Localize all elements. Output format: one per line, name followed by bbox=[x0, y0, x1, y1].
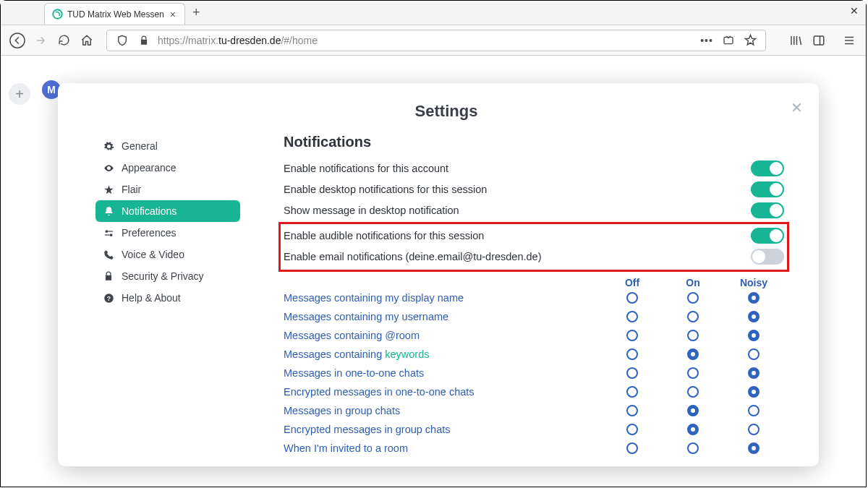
radio-noisy[interactable] bbox=[748, 405, 760, 416]
rule-header-off: Off bbox=[602, 277, 663, 288]
favicon-icon bbox=[52, 9, 63, 20]
toggle-switch[interactable] bbox=[751, 202, 784, 218]
radio-off[interactable] bbox=[626, 405, 638, 416]
svg-point-1 bbox=[10, 33, 25, 47]
radio-on[interactable] bbox=[687, 311, 699, 322]
radio-off[interactable] bbox=[626, 386, 638, 398]
new-tab-button[interactable]: + bbox=[192, 5, 200, 20]
rule-header-on: On bbox=[663, 277, 723, 288]
lock-icon[interactable] bbox=[136, 33, 152, 48]
sidebar-item-help-about[interactable]: ?Help & About bbox=[95, 287, 240, 309]
radio-noisy[interactable] bbox=[748, 442, 760, 454]
sidebar-item-label: Help & About bbox=[122, 292, 181, 304]
back-button[interactable] bbox=[9, 33, 25, 48]
sidebar-toggle-icon[interactable] bbox=[811, 33, 827, 48]
svg-rect-7 bbox=[104, 234, 109, 235]
sliders-icon bbox=[103, 227, 114, 239]
radio-on[interactable] bbox=[687, 292, 699, 304]
section-heading: Notifications bbox=[284, 134, 784, 150]
rule-label: Messages containing @room bbox=[284, 330, 602, 341]
radio-noisy[interactable] bbox=[748, 292, 760, 304]
rule-row: Messages containing @room bbox=[284, 326, 784, 345]
compose-fab[interactable]: + bbox=[9, 83, 30, 105]
svg-rect-3 bbox=[814, 36, 824, 45]
toggle-switch[interactable] bbox=[751, 160, 784, 176]
rule-row: Messages in one-to-one chats bbox=[284, 364, 784, 382]
svg-point-0 bbox=[53, 9, 62, 19]
url-bar[interactable]: https://matrix.tu-dresden.de/#/home ••• bbox=[106, 30, 766, 51]
rule-row: Messages containing my username bbox=[284, 307, 784, 326]
sidebar-item-flair[interactable]: Flair bbox=[95, 179, 240, 200]
tab-strip: TUD Matrix Web Messen × + ✕ bbox=[1, 1, 866, 25]
toggle-switch[interactable] bbox=[751, 249, 784, 265]
radio-off[interactable] bbox=[626, 330, 638, 341]
sidebar-item-voice-video[interactable]: Voice & Video bbox=[95, 244, 240, 265]
radio-off[interactable] bbox=[626, 367, 638, 379]
window-close-icon[interactable]: ✕ bbox=[850, 5, 859, 17]
close-tab-icon[interactable]: × bbox=[169, 9, 177, 20]
toggle-switch[interactable] bbox=[751, 181, 784, 197]
home-button[interactable] bbox=[79, 33, 95, 48]
settings-main: Notifications Enable notifications for t… bbox=[284, 134, 797, 458]
toggle-label: Enable desktop notifications for this se… bbox=[284, 184, 487, 195]
keywords-link[interactable]: keywords bbox=[385, 348, 429, 360]
page-actions-icon[interactable]: ••• bbox=[699, 33, 715, 48]
radio-on[interactable] bbox=[687, 330, 699, 341]
radio-on[interactable] bbox=[687, 367, 699, 379]
rule-label: When I'm invited to a room bbox=[284, 442, 602, 454]
sidebar-item-label: Notifications bbox=[122, 205, 176, 217]
phone-icon bbox=[103, 249, 114, 260]
reload-button[interactable] bbox=[56, 33, 72, 48]
radio-on[interactable] bbox=[687, 424, 699, 435]
settings-sidebar: GeneralAppearanceFlairNotificationsPrefe… bbox=[95, 134, 240, 458]
rule-header-noisy: Noisy bbox=[723, 277, 784, 288]
radio-off[interactable] bbox=[626, 442, 638, 454]
rule-label: Messages in group chats bbox=[284, 405, 602, 416]
rule-label: Messages containing keywords bbox=[284, 348, 602, 360]
radio-noisy[interactable] bbox=[748, 330, 760, 341]
sidebar-item-label: Security & Privacy bbox=[122, 270, 204, 282]
radio-on[interactable] bbox=[687, 442, 699, 454]
svg-point-6 bbox=[109, 234, 112, 236]
radio-off[interactable] bbox=[626, 311, 638, 322]
svg-text:?: ? bbox=[106, 294, 110, 301]
radio-off[interactable] bbox=[626, 348, 638, 360]
sidebar-item-security-privacy[interactable]: Security & Privacy bbox=[95, 265, 240, 287]
highlight-box: Enable audible notifications for this se… bbox=[278, 222, 789, 272]
toggle-row: Enable email notifications (deine.email@… bbox=[284, 246, 784, 267]
rule-row: Messages containing keywords bbox=[284, 345, 784, 364]
page-content: + M mornhous ✕ Settings GeneralAppearanc… bbox=[1, 57, 865, 486]
radio-noisy[interactable] bbox=[748, 348, 760, 360]
rule-header-row: Off On Noisy bbox=[284, 277, 784, 288]
bookmark-star-icon[interactable] bbox=[742, 33, 758, 48]
shield-icon[interactable] bbox=[114, 33, 130, 48]
permission-icon[interactable] bbox=[720, 33, 736, 48]
library-icon[interactable] bbox=[788, 33, 804, 48]
rule-header-empty bbox=[284, 277, 602, 288]
sidebar-item-general[interactable]: General bbox=[95, 135, 240, 157]
radio-noisy[interactable] bbox=[748, 367, 760, 379]
sidebar-item-appearance[interactable]: Appearance bbox=[95, 157, 240, 179]
browser-tab-active[interactable]: TUD Matrix Web Messen × bbox=[44, 3, 185, 25]
sidebar-item-notifications[interactable]: Notifications bbox=[95, 200, 240, 222]
radio-noisy[interactable] bbox=[748, 424, 760, 435]
radio-off[interactable] bbox=[626, 424, 638, 435]
toggle-row: Show message in desktop notification bbox=[284, 200, 784, 221]
radio-on[interactable] bbox=[687, 405, 699, 416]
toggle-switch[interactable] bbox=[751, 228, 784, 244]
radio-noisy[interactable] bbox=[748, 311, 760, 322]
toggle-label: Enable email notifications (deine.email@… bbox=[284, 251, 541, 262]
radio-on[interactable] bbox=[687, 348, 699, 360]
sidebar-item-label: Flair bbox=[122, 184, 141, 195]
toggle-row: Enable audible notifications for this se… bbox=[284, 225, 784, 246]
close-modal-icon[interactable]: ✕ bbox=[791, 99, 803, 116]
radio-off[interactable] bbox=[626, 292, 638, 304]
radio-noisy[interactable] bbox=[748, 386, 760, 398]
hamburger-menu-icon[interactable] bbox=[841, 33, 857, 48]
url-text: https://matrix.tu-dresden.de/#/home bbox=[158, 35, 693, 46]
sidebar-item-preferences[interactable]: Preferences bbox=[95, 222, 240, 244]
sidebar-item-label: Voice & Video bbox=[122, 249, 184, 260]
rule-row: Encrypted messages in group chats bbox=[284, 420, 784, 439]
radio-on[interactable] bbox=[687, 386, 699, 398]
rule-label: Encrypted messages in one-to-one chats bbox=[284, 386, 602, 398]
